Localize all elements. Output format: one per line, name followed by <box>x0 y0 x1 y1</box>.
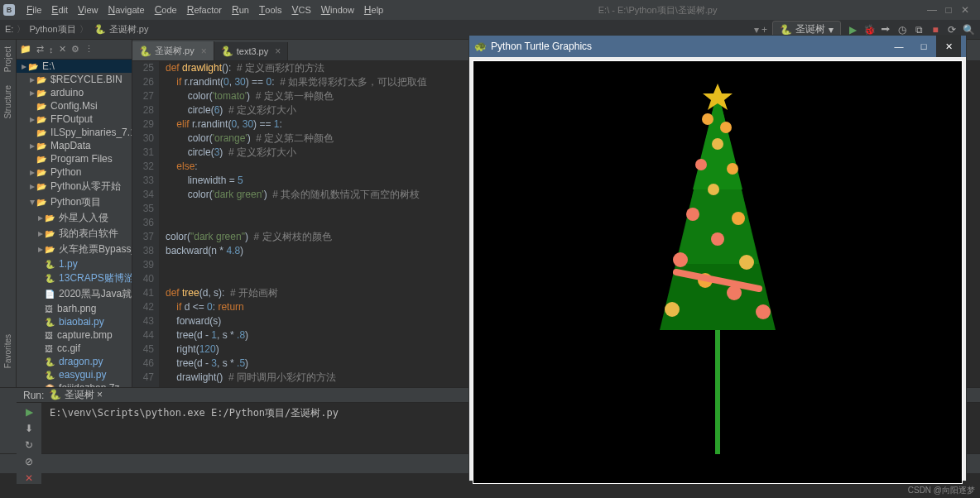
turtle-min-button[interactable]: — <box>886 36 911 57</box>
svg-rect-0 <box>715 322 720 454</box>
tree-toolbar: 📁⇄↕✕⚙⋮ <box>17 40 132 60</box>
chevron-down-icon: ▾ <box>829 24 833 36</box>
run-config-tab[interactable]: 🐍 圣诞树 × <box>49 388 103 402</box>
turtle-canvas <box>473 60 963 484</box>
tree-item-2[interactable]: ▸📂 arduino <box>17 86 132 99</box>
add-config-icon[interactable]: ▾ + <box>754 24 767 36</box>
editor-tab-1[interactable]: 🐍 text3.py × <box>214 42 289 60</box>
tree-item-13[interactable]: ▸📂 火车抢票Bypass_1.14 <box>17 242 132 257</box>
menu-run[interactable]: Run <box>227 4 254 16</box>
menu-refactor[interactable]: Refactor <box>182 4 227 16</box>
python-icon: 🐍 <box>780 24 792 36</box>
svg-point-12 <box>732 212 745 225</box>
turtle-title: Python Turtle Graphics <box>491 41 592 52</box>
crumb-0[interactable]: E: <box>5 24 13 34</box>
tree-item-20[interactable]: 🖼 cc.gif <box>17 342 132 355</box>
tree-item-9[interactable]: ▸📂 Python从零开始 <box>17 179 132 194</box>
tree-item-3[interactable]: 📂 Config.Msi <box>17 99 132 113</box>
menu-window[interactable]: Window <box>316 4 359 16</box>
svg-point-13 <box>711 232 724 246</box>
christmas-tree-drawing <box>602 82 833 462</box>
tree-item-6[interactable]: ▸📂 MapData <box>17 139 132 152</box>
run-tool-4[interactable]: ✕ <box>25 472 33 484</box>
run-sidetab <box>0 388 17 453</box>
sidetab-structure[interactable]: Structure <box>2 79 14 126</box>
titlebar: B FileEditViewNavigateCodeRefactorRunToo… <box>0 0 980 20</box>
menu-code[interactable]: Code <box>150 4 182 16</box>
tree-item-21[interactable]: 🐍 dragon.py <box>17 355 132 368</box>
python-icon: 🐍 <box>139 45 151 57</box>
svg-point-19 <box>756 304 771 319</box>
menu-vcs[interactable]: VCS <box>286 4 315 16</box>
turtle-window[interactable]: 🐢 Python Turtle Graphics — □ ✕ <box>468 35 967 481</box>
svg-point-15 <box>739 255 754 270</box>
turtle-controls: — □ ✕ <box>886 36 961 57</box>
tree-item-11[interactable]: ▸📂 外星人入侵 <box>17 210 132 226</box>
sidetab-favorites-wrap: Favorites <box>0 331 17 374</box>
watermark: CSDN @向阳逐梦 <box>908 485 975 496</box>
menu-navigate[interactable]: Navigate <box>103 4 150 16</box>
menu-view[interactable]: View <box>73 4 103 16</box>
crumb-2[interactable]: 圣诞树.py <box>109 24 149 34</box>
tree-tool-1[interactable]: ⇄ <box>36 44 44 55</box>
editor-tab-0[interactable]: 🐍 圣诞树.py × <box>132 41 214 60</box>
tree-tool-2[interactable]: ↕ <box>49 45 54 55</box>
sidetab-project[interactable]: Project <box>2 40 14 79</box>
svg-point-14 <box>673 252 688 267</box>
tree-item-15[interactable]: 🐍 13CRAPS赌博游戏2. <box>17 271 132 286</box>
close-tab-icon[interactable]: × <box>275 45 281 57</box>
tree-item-18[interactable]: 🐍 biaobai.py <box>17 315 132 328</box>
turtle-titlebar: 🐢 Python Turtle Graphics — □ ✕ <box>469 36 966 57</box>
python-icon: 🐍 <box>221 45 233 57</box>
turtle-icon: 🐢 <box>474 41 486 52</box>
tree-item-22[interactable]: 🐍 easygui.py <box>17 368 132 381</box>
svg-point-9 <box>727 163 738 175</box>
tree-item-17[interactable]: 🖼 barh.png <box>17 302 132 315</box>
tree-item-4[interactable]: ▸📂 FFOutput <box>17 113 132 126</box>
tree-item-12[interactable]: ▸📂 我的表白软件 <box>17 226 132 242</box>
tree-tool-3[interactable]: ✕ <box>59 44 66 55</box>
window-title: E:\ - E:\Python项目\圣诞树.py <box>388 4 927 17</box>
menu-tools[interactable]: Tools <box>254 4 287 16</box>
tree-item-10[interactable]: ▾📂 Python项目 <box>17 194 132 210</box>
crumb-1[interactable]: Python项目 <box>29 24 75 34</box>
tree-item-19[interactable]: 🖼 capture.bmp <box>17 328 132 342</box>
tree-item-5[interactable]: 📂 ILSpy_binaries_7.1.0.6 <box>17 126 132 139</box>
svg-point-10 <box>708 184 719 195</box>
tree-tool-4[interactable]: ⚙ <box>71 44 79 55</box>
menu-help[interactable]: Help <box>359 4 388 16</box>
tree-item-16[interactable]: 📄 2020黑马Java就业班 <box>17 286 132 302</box>
app-logo: B <box>3 4 15 16</box>
turtle-close-button[interactable]: ✕ <box>936 36 961 57</box>
window-controls: — □ ✕ <box>927 4 977 16</box>
svg-point-5 <box>702 113 713 125</box>
run-icons: ▶⬇↻⊘✕ <box>17 403 41 484</box>
tree-item-8[interactable]: ▸📂 Python <box>17 165 132 179</box>
close-button[interactable]: ✕ <box>960 4 970 16</box>
gutter: 2526272829303132333435363738394041424344… <box>132 61 159 387</box>
tree-list: ▸📂 E:\▸📂 $RECYCLE.BIN▸📂 arduino 📂 Config… <box>17 60 132 387</box>
run-tool-2[interactable]: ↻ <box>25 439 33 451</box>
tree-tool-0[interactable]: 📁 <box>20 44 31 55</box>
crumb-sep: 〉 <box>17 24 26 34</box>
tree-item-23[interactable]: 📦 feijidazhan.7z <box>17 381 132 387</box>
minimize-button[interactable]: — <box>927 4 937 16</box>
maximize-button[interactable]: □ <box>944 4 954 16</box>
menu-edit[interactable]: Edit <box>46 4 73 16</box>
breadcrumb: E:〉Python项目〉 🐍圣诞树.py <box>5 23 151 36</box>
crumb-sep: 〉 <box>79 24 89 34</box>
menubar: FileEditViewNavigateCodeRefactorRunTools… <box>22 4 388 16</box>
turtle-max-button[interactable]: □ <box>911 36 936 57</box>
run-tool-0[interactable]: ▶ <box>26 406 33 418</box>
tree-item-1[interactable]: ▸📂 $RECYCLE.BIN <box>17 73 132 86</box>
menu-file[interactable]: File <box>22 4 46 16</box>
close-tab-icon[interactable]: × <box>201 45 207 57</box>
tree-tool-5[interactable]: ⋮ <box>84 44 94 55</box>
tree-item-0[interactable]: ▸📂 E:\ <box>17 60 132 73</box>
svg-point-7 <box>712 138 723 150</box>
tree-item-14[interactable]: 🐍 1.py <box>17 257 132 271</box>
sidetab-favorites[interactable]: Favorites <box>0 331 16 371</box>
tree-item-7[interactable]: 📂 Program Files <box>17 152 132 165</box>
run-tool-1[interactable]: ⬇ <box>25 423 33 434</box>
run-tool-3[interactable]: ⊘ <box>25 456 33 467</box>
